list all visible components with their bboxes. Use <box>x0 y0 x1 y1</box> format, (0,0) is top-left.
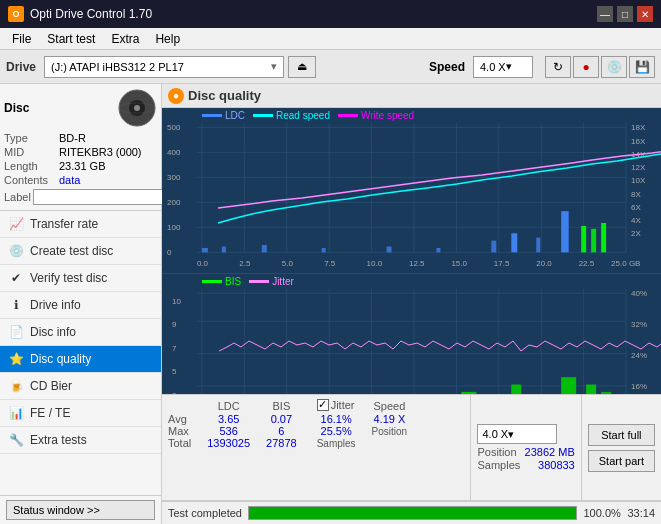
drive-info-icon: ℹ <box>8 297 24 313</box>
toolbar-refresh-icon[interactable]: ↻ <box>545 56 571 78</box>
svg-text:0: 0 <box>167 248 172 257</box>
svg-text:15.0: 15.0 <box>451 259 467 268</box>
jitter-checkbox[interactable] <box>317 399 329 411</box>
drive-info-label: Drive info <box>30 298 81 312</box>
extra-tests-label: Extra tests <box>30 433 87 447</box>
disc-quality-title: Disc quality <box>188 88 261 103</box>
toolbar-save-icon[interactable]: 💾 <box>629 56 655 78</box>
svg-rect-56 <box>536 238 540 253</box>
disc-label-label: Label <box>4 191 31 203</box>
avg-speed: 4.19 X <box>364 413 416 425</box>
stats-speed-arrow: ▾ <box>508 428 514 441</box>
maximize-button[interactable]: □ <box>617 6 633 22</box>
sidebar-item-disc-quality[interactable]: ⭐ Disc quality <box>0 346 161 373</box>
svg-rect-49 <box>222 246 226 252</box>
svg-text:0.0: 0.0 <box>197 259 209 268</box>
svg-text:16X: 16X <box>631 137 646 146</box>
svg-text:500: 500 <box>167 123 181 132</box>
disc-contents-row: Contents data <box>4 174 157 186</box>
app-title: Opti Drive Control 1.70 <box>30 7 152 21</box>
minimize-button[interactable]: — <box>597 6 613 22</box>
speed-dropdown-arrow: ▾ <box>506 60 512 73</box>
drive-dropdown[interactable]: (J:) ATAPI iHBS312 2 PL17 ▾ <box>44 56 284 78</box>
stats-speed-value: 4.0 X <box>482 428 508 440</box>
fe-te-label: FE / TE <box>30 406 70 420</box>
chart1-svg: 0 100 200 300 400 500 18X 16X 14X 12X 10… <box>162 123 661 270</box>
svg-text:12.5: 12.5 <box>409 259 425 268</box>
verify-test-disc-label: Verify test disc <box>30 271 107 285</box>
legend-bis-label: BIS <box>225 276 241 287</box>
menu-extra[interactable]: Extra <box>103 30 147 48</box>
drive-dropdown-arrow: ▾ <box>271 60 277 73</box>
toolbar-disc-icon[interactable]: 💿 <box>601 56 627 78</box>
legend-bis-color <box>202 280 222 283</box>
disc-mid-row: MID RITEKBR3 (000) <box>4 146 157 158</box>
speed-dropdown[interactable]: 4.0 X ▾ <box>473 56 533 78</box>
svg-text:25.0 GB: 25.0 GB <box>611 259 640 268</box>
disc-info-icon: 📄 <box>8 324 24 340</box>
legend-write-speed: Write speed <box>338 110 414 121</box>
disc-length-row: Length 23.31 GB <box>4 160 157 172</box>
start-full-button[interactable]: Start full <box>588 424 655 446</box>
drive-bar: Drive (J:) ATAPI iHBS312 2 PL17 ▾ ⏏ Spee… <box>0 50 661 84</box>
legend-jitter-label: Jitter <box>272 276 294 287</box>
svg-text:18X: 18X <box>631 123 646 132</box>
nav-items: 📈 Transfer rate 💿 Create test disc ✔ Ver… <box>0 211 161 495</box>
sidebar-item-fe-te[interactable]: 📊 FE / TE <box>0 400 161 427</box>
svg-text:22.5: 22.5 <box>579 259 595 268</box>
disc-label-input[interactable] <box>33 189 166 205</box>
legend-write-speed-color <box>338 114 358 117</box>
svg-rect-106 <box>601 392 611 394</box>
progress-bar-container <box>248 506 577 520</box>
cd-bier-icon: 🍺 <box>8 378 24 394</box>
svg-rect-60 <box>601 223 606 252</box>
total-jitter-label: Samples <box>305 437 364 449</box>
sidebar-item-transfer-rate[interactable]: 📈 Transfer rate <box>0 211 161 238</box>
menu-file[interactable]: File <box>4 30 39 48</box>
svg-rect-51 <box>322 248 326 252</box>
svg-text:5.0: 5.0 <box>282 259 294 268</box>
svg-text:9: 9 <box>172 320 177 329</box>
eject-button[interactable]: ⏏ <box>288 56 316 78</box>
svg-text:2X: 2X <box>631 229 641 238</box>
svg-text:10.0: 10.0 <box>367 259 383 268</box>
svg-rect-57 <box>561 211 568 252</box>
sidebar: Disc Type BD-R MID RITEKBR3 (000) Length… <box>0 84 162 524</box>
svg-text:200: 200 <box>167 198 181 207</box>
stats-speed-dropdown[interactable]: 4.0 X ▾ <box>477 424 557 444</box>
menu-help[interactable]: Help <box>147 30 188 48</box>
svg-text:100: 100 <box>167 223 181 232</box>
svg-text:7: 7 <box>172 344 177 353</box>
svg-text:17.5: 17.5 <box>494 259 510 268</box>
disc-type-value: BD-R <box>59 132 86 144</box>
sidebar-item-disc-info[interactable]: 📄 Disc info <box>0 319 161 346</box>
start-part-button[interactable]: Start part <box>588 450 655 472</box>
close-button[interactable]: ✕ <box>637 6 653 22</box>
sidebar-item-drive-info[interactable]: ℹ Drive info <box>0 292 161 319</box>
disc-label-row: Label 🔍 <box>4 188 157 206</box>
menu-starttest[interactable]: Start test <box>39 30 103 48</box>
chart1-legend: LDC Read speed Write speed <box>162 108 661 123</box>
sidebar-item-verify-test-disc[interactable]: ✔ Verify test disc <box>0 265 161 292</box>
legend-write-speed-label: Write speed <box>361 110 414 121</box>
samples-value: 380833 <box>538 459 575 471</box>
sidebar-item-extra-tests[interactable]: 🔧 Extra tests <box>0 427 161 454</box>
title-bar: O Opti Drive Control 1.70 — □ ✕ <box>0 0 661 28</box>
samples-row: Samples 380833 <box>477 459 574 471</box>
toolbar-color-icon[interactable]: ● <box>573 56 599 78</box>
total-label: Total <box>168 437 199 449</box>
chart2-svg: 1 3 5 7 9 10 40% 32% 24% 16% 8% 0.0 2.5 … <box>162 289 661 394</box>
bottom-panel: LDC BIS Jitter Speed <box>162 394 661 524</box>
svg-rect-55 <box>511 233 517 252</box>
status-window-button[interactable]: Status window >> <box>6 500 155 520</box>
svg-text:2.5: 2.5 <box>239 259 251 268</box>
toolbar-icons: ↻ ● 💿 💾 <box>545 56 655 78</box>
app-icon: O <box>8 6 24 22</box>
svg-text:12X: 12X <box>631 163 646 172</box>
sidebar-item-cd-bier[interactable]: 🍺 CD Bier <box>0 373 161 400</box>
disc-type-row: Type BD-R <box>4 132 157 144</box>
speed-dropdown-row: 4.0 X ▾ <box>477 424 574 444</box>
svg-rect-101 <box>461 392 476 394</box>
status-bar-left: Status window >> <box>0 495 161 524</box>
sidebar-item-create-test-disc[interactable]: 💿 Create test disc <box>0 238 161 265</box>
